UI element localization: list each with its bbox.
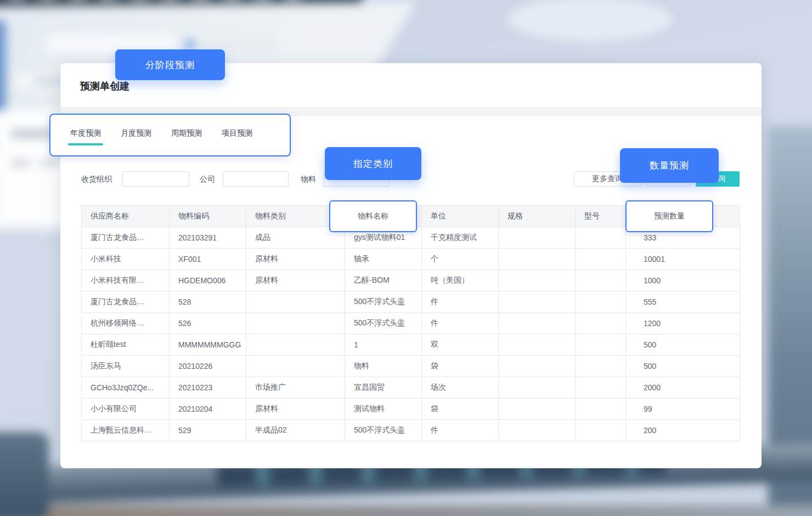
table-cell: 厦门古龙食品… [82, 227, 170, 249]
table-cell: 20210204 [170, 399, 246, 420]
table-row[interactable]: 上海甄云信息科…529半成品02500不浮式头盖件200 [82, 420, 740, 441]
company-input[interactable] [223, 171, 289, 187]
table-row[interactable]: 杭州移领网络…526500不浮式头盖件1200 [82, 313, 740, 334]
table-cell: 500 [626, 334, 740, 356]
table-cell: 吨（美国） [422, 270, 499, 291]
forecast-table: 供应商名称物料编码物料类别单位规格型号 厦门古龙食品…202103291成品gy… [81, 205, 740, 441]
tab-2[interactable]: 周期预测 [171, 128, 202, 145]
table-cell [499, 399, 576, 420]
table-cell: 原材料 [246, 249, 345, 270]
callout-staged-forecast: 分阶段预测 [115, 49, 225, 80]
blurred-tab-icon [187, 40, 193, 49]
table-row[interactable]: 杜昕颐testMMMMMMMGGG1双500 [82, 334, 740, 356]
column-header-0: 供应商名称 [82, 206, 170, 227]
table-cell: 双 [422, 334, 499, 356]
table-cell: GCHo3Jzq0ZQe... [82, 377, 170, 399]
table-cell: 汤臣东马 [82, 356, 170, 377]
table-row[interactable]: 小米科技XF001原材料轴承个10001 [82, 249, 740, 270]
table-cell [576, 420, 626, 441]
table-row[interactable]: GCHo3Jzq0ZQe...20210223市场推广宜昌国贸场次2000 [82, 377, 740, 399]
receiving-org-input[interactable] [122, 171, 189, 187]
filter-label-receiving-org: 收货组织 [81, 171, 112, 187]
table-cell: HGDEMO006 [170, 270, 246, 291]
table-cell: 半成品02 [246, 420, 345, 441]
page-title: 预测单创建 [80, 80, 129, 93]
table-cell [499, 291, 576, 313]
table-cell: 小米科技 [82, 249, 170, 270]
table-cell: 袋 [422, 399, 499, 420]
column-header-1: 物料编码 [170, 206, 246, 227]
table-cell: 500不浮式头盖 [345, 313, 422, 334]
callout-specify-category: 指定类别 [325, 147, 421, 180]
table-cell: 1000 [626, 270, 740, 291]
table-cell: 测试物料 [345, 399, 422, 420]
table-cell: MMMMMMMGGG [170, 334, 246, 356]
table-cell: 市场推广 [246, 377, 345, 399]
table-cell: 件 [422, 420, 499, 441]
table-cell [576, 399, 626, 420]
table-row[interactable]: 小小有限公司20210204原材料测试物料袋99 [82, 399, 740, 420]
screenshot-root: 预测单创建 收货组织 公司 物料 更多查询 查询 供应商名称物料编码物料类别单位… [0, 0, 812, 516]
table-cell: 529 [170, 420, 246, 441]
column-header-5: 规格 [499, 206, 576, 227]
table-cell: 500不浮式头盖 [345, 420, 422, 441]
table-cell: 526 [170, 313, 246, 334]
table-cell: 厦门古龙食品… [82, 291, 170, 313]
tab-3[interactable]: 项目预测 [222, 128, 252, 145]
table-cell [499, 420, 576, 441]
filter-label-material: 物料 [301, 171, 316, 187]
table-cell [499, 270, 576, 291]
table-cell [246, 356, 345, 377]
tab-1[interactable]: 月度预测 [121, 128, 151, 145]
table-cell [576, 313, 626, 334]
table-cell: 20210226 [170, 356, 246, 377]
table-cell: 500 [626, 356, 740, 377]
table-cell [576, 291, 626, 313]
table-cell [246, 334, 345, 356]
column-header-6: 型号 [576, 206, 626, 227]
callout-column-material-name: 物料名称 [329, 200, 417, 232]
tab-0[interactable]: 年度预测 [70, 128, 101, 145]
blurred-side-panel [0, 20, 6, 111]
table-cell: 小米科技有限… [82, 270, 170, 291]
table-cell: 轴承 [345, 249, 422, 270]
table-cell: 上海甄云信息科… [82, 420, 170, 441]
tabs-list: 年度预测月度预测周期预测项目预测 [50, 115, 290, 145]
table-cell: 2000 [626, 377, 740, 399]
blurred-phone [0, 432, 49, 516]
table-cell: 原材料 [246, 270, 345, 291]
table-cell: 528 [170, 291, 246, 313]
table-cell: 杭州移领网络… [82, 313, 170, 334]
table-cell: 千克精度测试 [422, 227, 499, 249]
table-cell: 1 [345, 334, 422, 356]
table-row[interactable]: 小米科技有限…HGDEMO006原材料乙醇-BOM吨（美国）1000 [82, 270, 740, 291]
table-cell: 场次 [422, 377, 499, 399]
table-cell: 10001 [626, 249, 740, 270]
table-cell: 袋 [422, 356, 499, 377]
table-cell: 件 [422, 291, 499, 313]
table-cell: 202103291 [170, 227, 246, 249]
table-cell: 乙醇-BOM [345, 270, 422, 291]
table-cell [499, 227, 576, 249]
table-cell: 小小有限公司 [82, 399, 170, 420]
filter-label-company: 公司 [200, 171, 215, 187]
table-cell: 99 [626, 399, 740, 420]
table-cell: XF001 [170, 249, 246, 270]
table-cell [576, 334, 626, 356]
table-cell [576, 227, 626, 249]
table-cell [246, 313, 345, 334]
table-cell [576, 270, 626, 291]
table-row[interactable]: 厦门古龙食品…528500不浮式头盖件555 [82, 291, 740, 313]
table-cell [576, 356, 626, 377]
table-cell [576, 249, 626, 270]
callout-quantity-forecast: 数量预测 [620, 148, 719, 183]
table-row[interactable]: 汤臣东马20210226物料袋500 [82, 356, 740, 377]
table-cell: 件 [422, 313, 499, 334]
table-cell [499, 313, 576, 334]
table-cell [499, 356, 576, 377]
callout-column-forecast-qty: 预测数量 [625, 200, 713, 232]
table-cell: 杜昕颐test [82, 334, 170, 356]
table-cell [246, 291, 345, 313]
column-header-4: 单位 [422, 206, 499, 227]
table-cell: 555 [626, 291, 740, 313]
